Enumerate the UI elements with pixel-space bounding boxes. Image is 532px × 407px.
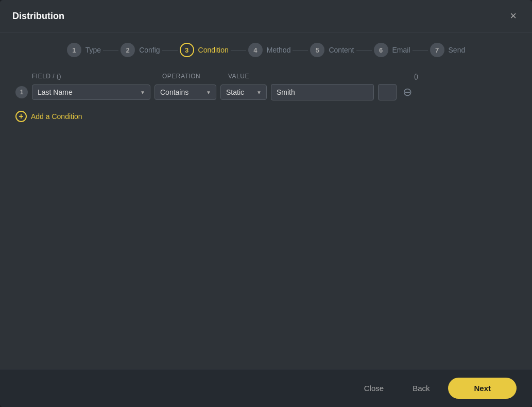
step-send[interactable]: 7 Send [430,43,466,57]
step-label-content: Content [329,46,354,54]
step-sep-2 [162,50,178,50]
value-type-select[interactable]: Static Dynamic [220,84,267,100]
step-content[interactable]: 5 Content [310,43,354,57]
modal-close-button[interactable]: × [507,9,520,23]
modal-title: Distribution [12,11,64,22]
operation-select-wrapper: Contains Equals Starts With Ends With [155,84,216,100]
step-sep-5 [356,50,372,50]
step-sep-1 [103,50,118,50]
stepper: 1 Type 2 Config 3 Condition 4 Method 5 C… [0,32,532,62]
remove-condition-button[interactable]: ⊖ [401,87,414,98]
close-button[interactable]: Close [354,379,394,398]
add-condition-label: Add a Condition [31,112,82,121]
modal-header: Distribution × [0,0,532,32]
step-circle-2: 2 [121,43,135,57]
header-value: VALUE [228,73,249,80]
header-field: FIELD / () [32,73,158,80]
condition-row: 1 Last Name First Name Email Phone Conta… [15,84,517,100]
step-circle-6: 6 [374,43,388,57]
field-select[interactable]: Last Name First Name Email Phone [32,84,150,100]
step-sep-4 [293,50,308,50]
condition-headers: FIELD / () OPERATION VALUE () [15,73,517,80]
add-condition-button[interactable]: + Add a Condition [15,109,82,124]
step-email[interactable]: 6 Email [374,43,410,57]
next-button[interactable]: Next [448,378,517,399]
step-label-condition: Condition [198,46,229,54]
step-method[interactable]: 4 Method [248,43,291,57]
distribution-modal: Distribution × 1 Type 2 Config 3 Conditi… [0,0,532,407]
step-label-email: Email [392,46,410,54]
step-label-config: Config [139,46,160,54]
add-condition-icon: + [15,111,27,122]
step-circle-3: 3 [180,43,194,57]
back-button[interactable]: Back [402,379,440,398]
value-type-select-wrapper: Static Dynamic [220,84,267,100]
header-extra: () [414,73,418,80]
step-circle-4: 4 [248,43,263,57]
step-circle-7: 7 [430,43,444,57]
extra-dropdown[interactable] [378,84,397,100]
step-label-method: Method [267,46,291,54]
header-operation: OPERATION [162,73,224,80]
modal-overlay: Distribution × 1 Type 2 Config 3 Conditi… [0,0,532,407]
step-condition[interactable]: 3 Condition [180,43,229,57]
field-select-wrapper: Last Name First Name Email Phone [32,84,150,100]
value-input[interactable] [271,84,374,100]
step-circle-1: 1 [67,43,81,57]
step-sep-3 [231,50,246,50]
step-label-type: Type [85,46,101,54]
operation-select[interactable]: Contains Equals Starts With Ends With [155,84,216,100]
step-label-send: Send [449,46,466,54]
step-type[interactable]: 1 Type [67,43,101,57]
step-sep-6 [413,50,428,50]
modal-footer: Close Back Next [0,369,532,407]
step-config[interactable]: 2 Config [121,43,160,57]
modal-body: FIELD / () OPERATION VALUE () 1 Last Nam… [0,62,532,369]
step-circle-5: 5 [310,43,324,57]
row-number-1: 1 [15,86,28,98]
